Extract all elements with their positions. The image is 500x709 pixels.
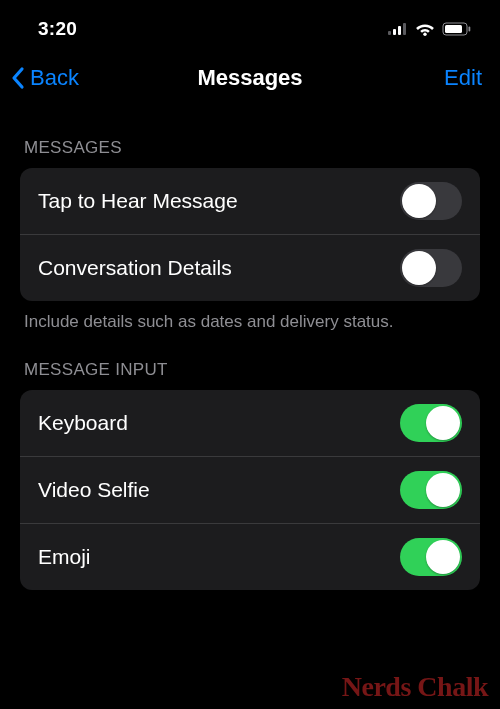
status-bar: 3:20	[0, 0, 500, 52]
row-label: Emoji	[38, 545, 91, 569]
toggle-video-selfie[interactable]	[400, 471, 462, 509]
row-label: Tap to Hear Message	[38, 189, 238, 213]
status-icons	[388, 22, 472, 36]
content: MESSAGES Tap to Hear Message Conversatio…	[0, 108, 500, 590]
svg-rect-2	[398, 26, 401, 35]
svg-rect-3	[403, 23, 406, 35]
section-footer-messages: Include details such as dates and delive…	[20, 301, 480, 334]
toggle-emoji[interactable]	[400, 538, 462, 576]
nav-bar: Back Messages Edit	[0, 52, 500, 108]
back-label: Back	[30, 65, 79, 91]
row-label: Keyboard	[38, 411, 128, 435]
watermark: Nerds Chalk	[342, 671, 488, 703]
page-title: Messages	[197, 65, 302, 91]
svg-rect-7	[469, 27, 471, 32]
section-header-input: MESSAGE INPUT	[20, 334, 480, 390]
status-time: 3:20	[38, 18, 77, 40]
toggle-conversation-details[interactable]	[400, 249, 462, 287]
toggle-keyboard[interactable]	[400, 404, 462, 442]
battery-icon	[442, 22, 472, 36]
back-button[interactable]: Back	[10, 65, 79, 91]
edit-button[interactable]: Edit	[444, 65, 482, 91]
wifi-icon	[415, 22, 435, 36]
section-header-messages: MESSAGES	[20, 108, 480, 168]
row-label: Video Selfie	[38, 478, 150, 502]
row-tap-to-hear[interactable]: Tap to Hear Message	[20, 168, 480, 234]
row-video-selfie[interactable]: Video Selfie	[20, 456, 480, 523]
toggle-tap-to-hear[interactable]	[400, 182, 462, 220]
svg-rect-6	[445, 25, 462, 33]
group-messages: Tap to Hear Message Conversation Details	[20, 168, 480, 301]
row-conversation-details[interactable]: Conversation Details	[20, 234, 480, 301]
svg-rect-1	[393, 29, 396, 35]
svg-point-4	[423, 33, 426, 36]
row-emoji[interactable]: Emoji	[20, 523, 480, 590]
group-input: Keyboard Video Selfie Emoji	[20, 390, 480, 590]
row-keyboard[interactable]: Keyboard	[20, 390, 480, 456]
svg-rect-0	[388, 31, 391, 35]
cellular-icon	[388, 23, 408, 35]
row-label: Conversation Details	[38, 256, 232, 280]
chevron-left-icon	[10, 66, 26, 90]
